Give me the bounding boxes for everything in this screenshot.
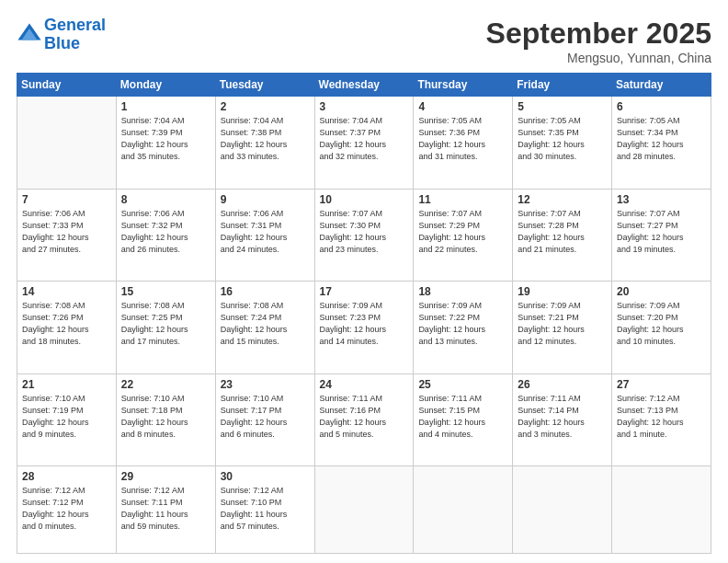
day-number: 30	[221, 470, 310, 483]
calendar-cell: 30Sunrise: 7:12 AM Sunset: 7:10 PM Dayli…	[215, 466, 314, 554]
day-info: Sunrise: 7:10 AM Sunset: 7:17 PM Dayligh…	[221, 393, 310, 441]
day-number: 16	[221, 285, 310, 298]
day-info: Sunrise: 7:06 AM Sunset: 7:31 PM Dayligh…	[221, 208, 310, 256]
day-number: 12	[518, 193, 607, 206]
day-info: Sunrise: 7:08 AM Sunset: 7:26 PM Dayligh…	[22, 300, 111, 348]
day-header-wednesday: Wednesday	[314, 74, 414, 97]
day-number: 26	[518, 378, 607, 391]
day-number: 6	[617, 100, 706, 113]
day-info: Sunrise: 7:07 AM Sunset: 7:28 PM Dayligh…	[518, 208, 607, 256]
calendar-cell	[513, 466, 612, 554]
calendar-cell: 23Sunrise: 7:10 AM Sunset: 7:17 PM Dayli…	[215, 373, 314, 466]
day-info: Sunrise: 7:10 AM Sunset: 7:18 PM Dayligh…	[121, 393, 210, 441]
day-number: 1	[121, 100, 210, 113]
day-number: 19	[518, 285, 607, 298]
calendar-cell: 27Sunrise: 7:12 AM Sunset: 7:13 PM Dayli…	[612, 373, 711, 466]
day-number: 15	[121, 285, 210, 298]
calendar-cell: 8Sunrise: 7:06 AM Sunset: 7:32 PM Daylig…	[116, 189, 215, 282]
calendar-cell: 17Sunrise: 7:09 AM Sunset: 7:23 PM Dayli…	[314, 282, 414, 374]
day-info: Sunrise: 7:06 AM Sunset: 7:33 PM Dayligh…	[22, 208, 111, 256]
calendar-cell: 20Sunrise: 7:09 AM Sunset: 7:20 PM Dayli…	[612, 282, 711, 374]
day-info: Sunrise: 7:05 AM Sunset: 7:34 PM Dayligh…	[617, 115, 706, 163]
calendar-cell	[612, 466, 711, 554]
day-info: Sunrise: 7:09 AM Sunset: 7:22 PM Dayligh…	[418, 300, 507, 348]
day-header-thursday: Thursday	[414, 74, 513, 97]
calendar-cell	[414, 466, 513, 554]
day-number: 24	[320, 378, 409, 391]
day-info: Sunrise: 7:09 AM Sunset: 7:20 PM Dayligh…	[617, 300, 706, 348]
day-header-friday: Friday	[513, 74, 612, 97]
calendar-cell: 18Sunrise: 7:09 AM Sunset: 7:22 PM Dayli…	[414, 282, 513, 374]
day-number: 25	[418, 378, 507, 391]
day-info: Sunrise: 7:05 AM Sunset: 7:35 PM Dayligh…	[518, 115, 607, 163]
calendar-cell: 21Sunrise: 7:10 AM Sunset: 7:19 PM Dayli…	[17, 373, 117, 466]
week-row-5: 28Sunrise: 7:12 AM Sunset: 7:12 PM Dayli…	[17, 466, 711, 554]
day-info: Sunrise: 7:04 AM Sunset: 7:38 PM Dayligh…	[221, 115, 310, 163]
calendar-cell: 13Sunrise: 7:07 AM Sunset: 7:27 PM Dayli…	[612, 189, 711, 282]
calendar: SundayMondayTuesdayWednesdayThursdayFrid…	[17, 73, 711, 554]
day-number: 27	[617, 378, 706, 391]
day-info: Sunrise: 7:12 AM Sunset: 7:12 PM Dayligh…	[22, 485, 111, 533]
calendar-cell: 2Sunrise: 7:04 AM Sunset: 7:38 PM Daylig…	[215, 97, 314, 190]
day-info: Sunrise: 7:12 AM Sunset: 7:10 PM Dayligh…	[221, 485, 310, 533]
title-block: September 2025 Mengsuo, Yunnan, China	[486, 17, 711, 65]
day-info: Sunrise: 7:04 AM Sunset: 7:39 PM Dayligh…	[121, 115, 210, 163]
day-info: Sunrise: 7:11 AM Sunset: 7:15 PM Dayligh…	[418, 393, 507, 441]
day-info: Sunrise: 7:09 AM Sunset: 7:21 PM Dayligh…	[518, 300, 607, 348]
calendar-cell: 16Sunrise: 7:08 AM Sunset: 7:24 PM Dayli…	[215, 282, 314, 374]
calendar-cell: 25Sunrise: 7:11 AM Sunset: 7:15 PM Dayli…	[414, 373, 513, 466]
day-info: Sunrise: 7:11 AM Sunset: 7:16 PM Dayligh…	[320, 393, 409, 441]
calendar-cell: 11Sunrise: 7:07 AM Sunset: 7:29 PM Dayli…	[414, 189, 513, 282]
day-header-saturday: Saturday	[612, 74, 711, 97]
day-info: Sunrise: 7:04 AM Sunset: 7:37 PM Dayligh…	[320, 115, 409, 163]
calendar-cell: 14Sunrise: 7:08 AM Sunset: 7:26 PM Dayli…	[17, 282, 117, 374]
week-row-3: 14Sunrise: 7:08 AM Sunset: 7:26 PM Dayli…	[17, 282, 711, 374]
logo-icon	[17, 22, 42, 48]
calendar-cell: 19Sunrise: 7:09 AM Sunset: 7:21 PM Dayli…	[513, 282, 612, 374]
day-number: 5	[518, 100, 607, 113]
calendar-cell: 26Sunrise: 7:11 AM Sunset: 7:14 PM Dayli…	[513, 373, 612, 466]
logo: General Blue	[17, 17, 106, 53]
day-number: 17	[320, 285, 409, 298]
calendar-cell: 5Sunrise: 7:05 AM Sunset: 7:35 PM Daylig…	[513, 97, 612, 190]
day-number: 18	[418, 285, 507, 298]
calendar-cell: 6Sunrise: 7:05 AM Sunset: 7:34 PM Daylig…	[612, 97, 711, 190]
location: Mengsuo, Yunnan, China	[486, 51, 711, 65]
day-info: Sunrise: 7:08 AM Sunset: 7:24 PM Dayligh…	[221, 300, 310, 348]
day-number: 28	[22, 470, 111, 483]
calendar-cell: 28Sunrise: 7:12 AM Sunset: 7:12 PM Dayli…	[17, 466, 117, 554]
day-info: Sunrise: 7:10 AM Sunset: 7:19 PM Dayligh…	[22, 393, 111, 441]
week-row-1: 1Sunrise: 7:04 AM Sunset: 7:39 PM Daylig…	[17, 97, 711, 190]
month-title: September 2025	[486, 17, 711, 51]
day-number: 8	[121, 193, 210, 206]
calendar-cell: 15Sunrise: 7:08 AM Sunset: 7:25 PM Dayli…	[116, 282, 215, 374]
day-number: 21	[22, 378, 111, 391]
day-number: 20	[617, 285, 706, 298]
calendar-cell	[17, 97, 117, 190]
day-header-monday: Monday	[116, 74, 215, 97]
day-info: Sunrise: 7:08 AM Sunset: 7:25 PM Dayligh…	[121, 300, 210, 348]
day-number: 2	[221, 100, 310, 113]
calendar-cell: 29Sunrise: 7:12 AM Sunset: 7:11 PM Dayli…	[116, 466, 215, 554]
day-info: Sunrise: 7:07 AM Sunset: 7:29 PM Dayligh…	[418, 208, 507, 256]
day-number: 23	[221, 378, 310, 391]
calendar-cell: 22Sunrise: 7:10 AM Sunset: 7:18 PM Dayli…	[116, 373, 215, 466]
page-header: General Blue September 2025 Mengsuo, Yun…	[17, 17, 711, 65]
calendar-header-row: SundayMondayTuesdayWednesdayThursdayFrid…	[17, 74, 711, 97]
logo-text: General Blue	[44, 17, 106, 53]
calendar-cell: 3Sunrise: 7:04 AM Sunset: 7:37 PM Daylig…	[314, 97, 414, 190]
day-number: 9	[221, 193, 310, 206]
day-header-tuesday: Tuesday	[215, 74, 314, 97]
day-number: 10	[320, 193, 409, 206]
day-number: 4	[418, 100, 507, 113]
day-number: 13	[617, 193, 706, 206]
calendar-cell: 12Sunrise: 7:07 AM Sunset: 7:28 PM Dayli…	[513, 189, 612, 282]
day-number: 3	[320, 100, 409, 113]
week-row-2: 7Sunrise: 7:06 AM Sunset: 7:33 PM Daylig…	[17, 189, 711, 282]
calendar-cell: 10Sunrise: 7:07 AM Sunset: 7:30 PM Dayli…	[314, 189, 414, 282]
day-info: Sunrise: 7:09 AM Sunset: 7:23 PM Dayligh…	[320, 300, 409, 348]
day-number: 29	[121, 470, 210, 483]
day-info: Sunrise: 7:07 AM Sunset: 7:30 PM Dayligh…	[320, 208, 409, 256]
day-number: 22	[121, 378, 210, 391]
day-number: 7	[22, 193, 111, 206]
